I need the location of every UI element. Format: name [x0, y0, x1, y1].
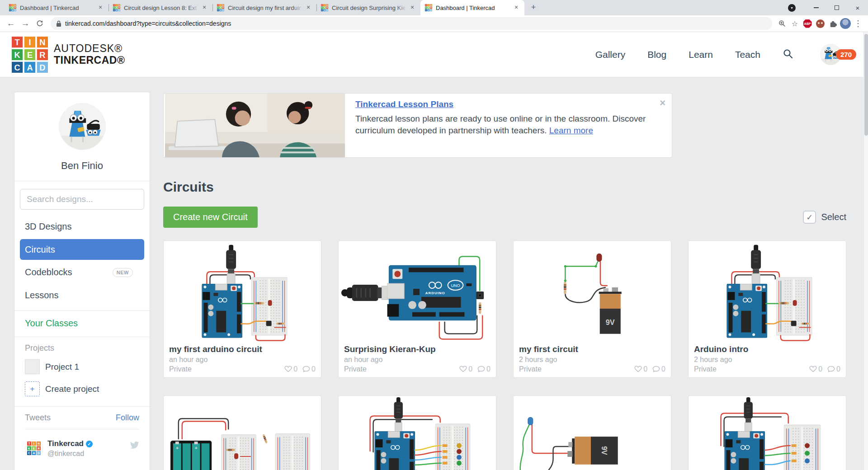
follow-link[interactable]: Follow	[116, 413, 139, 423]
tweet-item[interactable]: Tinkercad ✓ @tinkercad	[25, 439, 139, 458]
design-visibility: Private	[344, 365, 367, 373]
design-card[interactable]: Arduino intro 2 hours ago Private 0 0	[688, 240, 846, 378]
tab-close-icon[interactable]: ×	[409, 4, 416, 11]
brand-autodesk: AUTODESK®	[54, 43, 125, 54]
sidebar-item-codeblocks[interactable]: Codeblocks NEW	[20, 261, 144, 284]
tinkercad-logo[interactable]: AUTODESK® TINKERCAD®	[12, 37, 125, 73]
sidebar-item-lessons[interactable]: Lessons	[20, 284, 144, 307]
maximize-button[interactable]	[826, 0, 847, 15]
keystone-icon[interactable]: ▼	[788, 4, 796, 12]
heart-icon	[809, 365, 817, 373]
scrollbar-thumb[interactable]	[864, 34, 868, 136]
select-toggle[interactable]: ✓ Select	[803, 211, 846, 224]
design-card[interactable]	[338, 395, 496, 470]
reload-icon	[36, 19, 44, 28]
design-time: 2 hours ago	[519, 356, 665, 364]
sidebar: Ben Finio 3D Designs Circuits Codeblocks…	[14, 92, 150, 470]
banner-close-icon[interactable]: ×	[660, 97, 665, 109]
minimize-button[interactable]	[806, 0, 826, 15]
page-scrollbar[interactable]	[863, 32, 868, 470]
tab-close-icon[interactable]: ×	[97, 4, 104, 11]
tinkercad-favicon	[113, 4, 120, 11]
comment-count: 0	[486, 365, 491, 373]
design-thumbnail[interactable]	[514, 396, 671, 470]
design-card[interactable]: my first arduino circuit an hour ago Pri…	[163, 240, 321, 378]
create-project-button[interactable]: + Create project	[25, 381, 139, 396]
back-button[interactable]: ←	[4, 16, 18, 31]
extension-icon[interactable]	[814, 17, 826, 30]
nav-learn[interactable]: Learn	[689, 49, 713, 60]
browser-tab-active[interactable]: Dashboard | Tinkercad ×	[420, 0, 524, 15]
site-header: AUTODESK® TINKERCAD® Gallery Blog Learn …	[0, 32, 868, 77]
zoom-indicator-icon[interactable]	[776, 17, 788, 30]
design-title[interactable]: Surprising Kieran-Kup	[344, 344, 491, 354]
design-thumbnail[interactable]	[339, 396, 496, 470]
header-search-icon[interactable]	[783, 48, 793, 61]
tab-title: Circuit design Lesson 8: External l	[124, 5, 197, 11]
search-designs-input[interactable]	[20, 189, 144, 210]
tab-close-icon[interactable]: ×	[305, 4, 312, 11]
tab-title: Dashboard | Tinkercad	[436, 5, 509, 11]
design-thumbnail[interactable]	[164, 241, 321, 344]
select-checkbox[interactable]: ✓	[803, 211, 816, 224]
design-card[interactable]	[163, 395, 321, 470]
forward-button[interactable]: →	[18, 16, 33, 31]
new-badge: NEW	[113, 268, 133, 277]
design-title[interactable]: my first circuit	[519, 344, 665, 354]
tweets-label: Tweets	[25, 413, 51, 423]
design-title[interactable]: my first arduino circuit	[169, 344, 316, 354]
browser-tab[interactable]: Dashboard | Tinkercad ×	[5, 0, 108, 15]
lesson-plans-link[interactable]: Tinkercad Lesson Plans	[355, 99, 453, 109]
sidebar-item-circuits[interactable]: Circuits	[20, 239, 144, 260]
browser-tab[interactable]: Circuit design my first arduino cir ×	[212, 0, 316, 15]
tinkercad-favicon	[321, 4, 328, 11]
design-thumbnail[interactable]	[689, 396, 846, 470]
like-count: 0	[293, 365, 297, 373]
banner-description: Tinkercad lesson plans are ready to use …	[355, 114, 646, 135]
learn-more-link[interactable]: Learn more	[549, 126, 593, 135]
window-controls: ▼ ×	[788, 0, 868, 15]
design-card[interactable]: my first circuit 2 hours ago Private 0 0	[513, 240, 671, 378]
design-thumbnail[interactable]	[514, 241, 671, 344]
adblock-extension-icon[interactable]: ABP	[801, 17, 814, 30]
your-classes-link[interactable]: Your Classes	[14, 311, 150, 337]
design-thumbnail[interactable]	[164, 396, 321, 470]
design-card[interactable]	[513, 395, 671, 470]
design-card[interactable]: Surprising Kieran-Kup an hour ago Privat…	[338, 240, 496, 378]
browser-tab[interactable]: Circuit design Lesson 8: External l ×	[108, 0, 212, 15]
comment-count: 0	[661, 365, 665, 373]
header-nav: Gallery Blog Learn Teach 270	[595, 44, 856, 65]
browser-menu-icon[interactable]: ⋮	[852, 17, 864, 30]
nav-blog[interactable]: Blog	[647, 49, 666, 60]
projects-label: Projects	[25, 343, 139, 353]
extensions-puzzle-icon[interactable]	[826, 17, 839, 30]
design-time: 2 hours ago	[694, 356, 840, 364]
tab-title: Circuit design Surprising Kieran-K	[332, 5, 405, 11]
profile-avatar[interactable]	[59, 103, 106, 150]
brand-tinkercad: TINKERCAD®	[54, 55, 125, 66]
nav-gallery[interactable]: Gallery	[595, 49, 626, 60]
reload-button[interactable]	[33, 16, 47, 31]
tab-close-icon[interactable]: ×	[201, 4, 208, 11]
design-thumbnail[interactable]	[689, 241, 846, 344]
tab-close-icon[interactable]: ×	[513, 4, 520, 11]
url-text[interactable]: tinkercad.com/dashboard?type=circuits&co…	[65, 20, 231, 27]
lock-icon	[56, 20, 61, 27]
new-tab-button[interactable]: +	[527, 1, 540, 14]
sidebar-item-3d-designs[interactable]: 3D Designs	[20, 215, 144, 238]
comment-icon	[652, 365, 660, 373]
design-title[interactable]: Arduino intro	[694, 344, 840, 354]
close-window-button[interactable]: ×	[847, 0, 868, 15]
nav-teach[interactable]: Teach	[735, 49, 760, 60]
create-new-circuit-button[interactable]: Create new Circuit	[163, 207, 258, 228]
browser-profile-avatar[interactable]	[839, 17, 852, 30]
tab-title: Dashboard | Tinkercad	[20, 5, 93, 11]
project-item[interactable]: Project 1	[25, 359, 139, 374]
design-thumbnail[interactable]	[339, 241, 496, 344]
browser-tab[interactable]: Circuit design Surprising Kieran-K ×	[316, 0, 420, 15]
design-card[interactable]	[688, 395, 846, 470]
notification-badge[interactable]: 270	[836, 49, 856, 60]
tinkercad-twitter-avatar	[25, 439, 43, 457]
address-bar[interactable]: tinkercad.com/dashboard?type=circuits&co…	[51, 17, 772, 30]
bookmark-star-icon[interactable]: ☆	[788, 17, 801, 30]
